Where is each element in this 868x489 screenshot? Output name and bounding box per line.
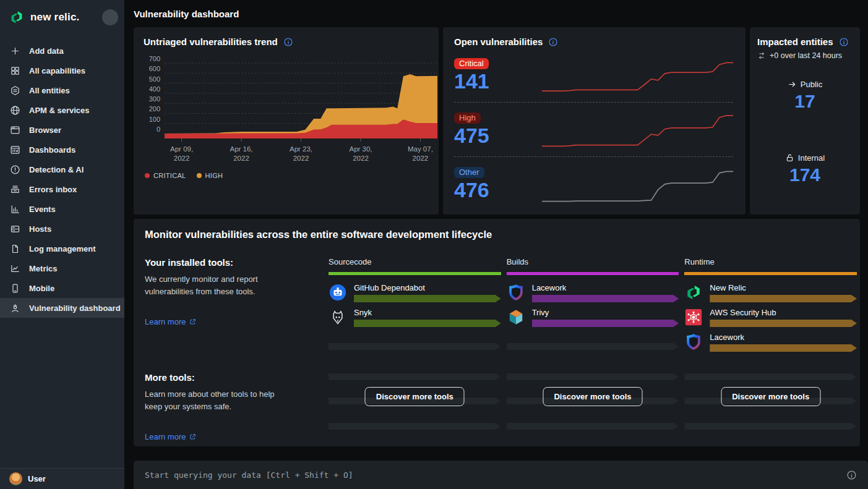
plus-icon <box>10 46 20 56</box>
trend-x-axis: Apr 09,2022Apr 16,2022Apr 23,2022Apr 30,… <box>165 145 437 167</box>
tool-row-snyk[interactable]: Snyk <box>329 308 501 326</box>
sidebar-item-label: Vulnerability dashboard <box>29 304 121 313</box>
sidebar-item-events[interactable]: Events <box>0 199 124 219</box>
tool-row-github-dependabot[interactable]: GitHub Dependabot <box>329 283 501 302</box>
lacework-logo-icon <box>507 283 525 302</box>
open-vulnerabilities-panel: Open vulnerabilities Critical141High475O… <box>443 27 746 215</box>
installed-tools-heading: Your installed tools: <box>145 257 323 268</box>
x-tick-label: May 07,2022 <box>408 145 433 163</box>
discover-more-tools-button[interactable]: Discover more tools <box>543 387 642 406</box>
sidebar-item-mobile[interactable]: Mobile <box>0 278 124 298</box>
info-icon[interactable] <box>548 37 558 47</box>
sidebar-item-all-entities[interactable]: All entities <box>0 80 124 100</box>
sidebar-item-label: All capabilities <box>29 66 85 75</box>
inbox-icon <box>10 184 20 195</box>
monitor-title: Monitor vulnerabilities across the entir… <box>145 229 857 240</box>
tool-row-lacework[interactable]: Lacework <box>507 283 679 302</box>
sidebar-item-label: Hosts <box>29 224 51 234</box>
tool-bar <box>354 320 501 327</box>
browser-icon <box>10 125 20 135</box>
y-tick-label: 200 <box>149 105 160 113</box>
legend-dot <box>145 173 150 178</box>
open-vulns-rows: Critical141High475Other476 <box>454 48 733 211</box>
user-menu[interactable]: User <box>0 468 124 489</box>
query-placeholder: Start querying your data [Ctrl + Shift +… <box>145 470 353 480</box>
legend-item-critical[interactable]: CRITICAL <box>145 172 186 179</box>
more-tools-heading: More tools: <box>145 372 323 383</box>
sidebar-item-label: Log management <box>29 244 96 253</box>
more-learn-more-link[interactable]: Learn more <box>145 432 197 441</box>
discover-more-tools-button[interactable]: Discover more tools <box>721 387 820 406</box>
sidebar-item-label: Mobile <box>29 284 54 293</box>
globe-icon <box>10 105 20 116</box>
placeholder-bar <box>329 373 501 380</box>
sidebar-header: new relic. <box>0 0 124 35</box>
query-bar[interactable]: Start querying your data [Ctrl + Shift +… <box>134 461 868 489</box>
sidebar-item-detection-ai[interactable]: Detection & AI <box>0 159 124 179</box>
user-label: User <box>28 474 46 483</box>
tool-row-trivy[interactable]: Trivy <box>507 308 679 326</box>
y-tick-label: 600 <box>149 65 160 72</box>
tool-column-sourcecode: SourcecodeGitHub DependabotSnyk <box>329 257 501 351</box>
sidebar-item-vulnerability-dashboard[interactable]: Vulnerability dashboard <box>0 298 124 318</box>
sidebar-item-label: Metrics <box>29 264 58 273</box>
sidebar-item-metrics[interactable]: Metrics <box>0 258 124 278</box>
discover-more-tools-button[interactable]: Discover more tools <box>365 387 465 406</box>
sidebar-item-errors-inbox[interactable]: Errors inbox <box>0 179 124 199</box>
sparkline-other <box>542 163 733 206</box>
sidebar-item-add-data[interactable]: Add data <box>0 41 124 61</box>
more-tools-column: Discover more tools <box>507 372 679 434</box>
x-tick-label: Apr 16,2022 <box>230 145 252 163</box>
public-value: 17 <box>757 91 853 112</box>
tool-row-aws-security-hub[interactable]: AWS Security Hub <box>684 308 857 326</box>
main-content: Vulnerability dashboard Untriaged vulner… <box>124 0 868 489</box>
tool-placeholder <box>507 333 679 351</box>
open-vulns-panel-title: Open vulnerabilities <box>454 36 543 47</box>
tool-column-builds: BuildsLaceworkTrivy <box>507 257 679 351</box>
query-info-icon[interactable] <box>846 470 857 480</box>
arrow-right-icon <box>788 80 797 89</box>
installed-learn-more-link[interactable]: Learn more <box>145 317 197 326</box>
trend-legend: CRITICALHIGH <box>145 172 429 179</box>
sidebar-item-browser[interactable]: Browser <box>0 120 124 140</box>
dashboard-icon <box>10 145 20 155</box>
column-accent-bar <box>684 272 857 275</box>
y-tick-label: 100 <box>149 116 160 123</box>
impacted-panel-title: Impacted entities <box>757 36 833 47</box>
sparkline-critical <box>542 54 733 97</box>
y-tick-label: 500 <box>149 75 160 83</box>
tool-placeholder <box>329 333 501 351</box>
tool-bar <box>532 295 679 302</box>
sidebar-item-hosts[interactable]: Hosts <box>0 219 124 239</box>
swap-arrows-icon <box>757 51 766 60</box>
brand-wordmark: new relic. <box>30 11 79 23</box>
sidebar-item-log-management[interactable]: Log management <box>0 239 124 258</box>
more-tools-column: Discover more tools <box>684 372 857 434</box>
tool-row-lacework[interactable]: Lacework <box>684 333 857 351</box>
info-icon[interactable] <box>283 37 293 47</box>
sidebar-item-all-capabilities[interactable]: All capabilities <box>0 61 124 80</box>
open-vuln-row-other: Other476 <box>454 156 733 211</box>
sidebar-item-dashboards[interactable]: Dashboards <box>0 140 124 159</box>
impacted-entities-panel: Impacted entities +0 over last 24 hours … <box>750 27 860 215</box>
legend-item-high[interactable]: HIGH <box>197 172 223 179</box>
sidebar-item-label: APM & services <box>29 106 90 115</box>
trend-chart: 0100200300400500600700 Apr 09,2022Apr 16… <box>144 59 429 167</box>
placeholder-bar <box>329 423 501 430</box>
monitor-grid: Your installed tools: We currently monit… <box>145 257 857 442</box>
account-avatar[interactable] <box>102 9 118 25</box>
sparkline-high <box>542 108 733 151</box>
snyk-logo-icon <box>329 308 347 326</box>
open-vuln-count-other: 476 <box>454 179 533 202</box>
info-icon[interactable] <box>839 37 849 47</box>
trend-panel-title: Untriaged vulnerabilities trend <box>144 36 278 47</box>
tool-row-new-relic[interactable]: New Relic <box>684 283 857 302</box>
line-chart-icon <box>10 263 20 274</box>
severity-badge-other: Other <box>454 167 484 178</box>
public-label: Public <box>801 80 822 89</box>
severity-badge-high: High <box>454 113 481 124</box>
sidebar-item-apm-services[interactable]: APM & services <box>0 100 124 120</box>
sidebar-item-label: Dashboards <box>29 145 75 155</box>
top-row: Untriaged vulnerabilities trend 01002003… <box>134 27 860 215</box>
aws-security-hub-logo-icon <box>684 308 703 326</box>
